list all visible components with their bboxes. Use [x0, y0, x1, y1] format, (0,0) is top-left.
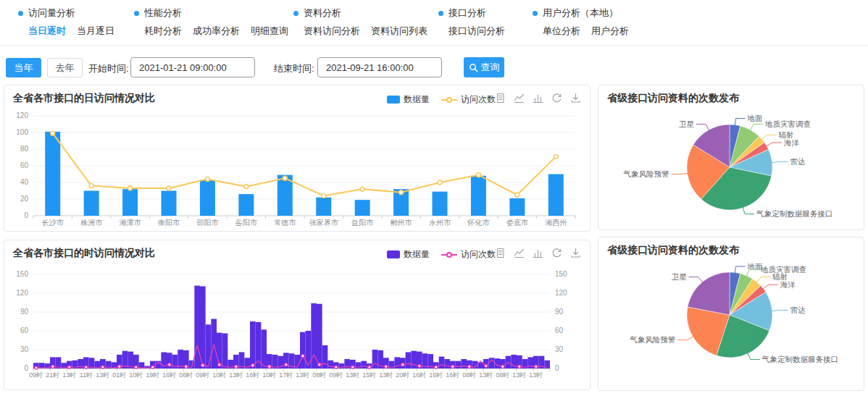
svg-text:09时: 09时: [29, 371, 43, 379]
svg-text:0: 0: [24, 364, 28, 372]
legend-item-line[interactable]: 访问次数: [441, 248, 496, 261]
svg-text:08时: 08时: [312, 371, 326, 379]
svg-text:13时: 13时: [346, 371, 359, 379]
line-chart-icon[interactable]: [514, 248, 525, 258]
svg-text:30: 30: [20, 345, 29, 353]
svg-text:90: 90: [20, 308, 29, 316]
data-view-icon[interactable]: [495, 248, 506, 258]
nav-group: 接口分析接口访问分析: [438, 7, 505, 38]
svg-text:常德市: 常德市: [274, 219, 296, 227]
pie-label: 雷达: [790, 306, 806, 314]
svg-text:13时: 13时: [96, 371, 109, 379]
panel-pie-bottom: 省级接口访问资料的次数发布 地面地质灾害调查辐射海洋雷达气象定制数据服务接口气象…: [598, 237, 864, 391]
hourly-chart-legend: 数据量访问次数: [387, 248, 496, 261]
pie-label: 海洋: [780, 280, 796, 289]
pie-label: 地面: [747, 114, 763, 122]
svg-text:张家界市: 张家界市: [309, 219, 339, 227]
svg-text:09时: 09时: [196, 371, 209, 379]
bar-chart-icon[interactable]: [533, 93, 543, 104]
nav-group-title: 访问量分析: [18, 7, 114, 20]
nav-group: 资料分析资料访问分析资料访问列表: [293, 7, 427, 38]
nav-group-title: 性能分析: [134, 7, 288, 20]
svg-text:13时: 13时: [62, 371, 76, 379]
svg-text:120: 120: [16, 111, 28, 119]
panel-daily-chart: 全省各市接口的日访问情况对比 数据量访问次数 020406080100120长沙…: [4, 85, 591, 232]
svg-text:湘潭市: 湘潭市: [120, 219, 142, 227]
nav-item[interactable]: 资料访问列表: [371, 25, 427, 38]
legend-item-bar[interactable]: 数据量: [387, 248, 430, 261]
legend-item-bar[interactable]: 数据量: [387, 93, 430, 106]
nav-group: 用户分析（本地）单位分析用户分析: [533, 7, 629, 38]
svg-text:10时: 10时: [129, 371, 143, 379]
svg-text:13时: 13时: [512, 371, 526, 379]
nav-group-title: 接口分析: [438, 7, 505, 20]
this-year-button[interactable]: 当年: [6, 58, 41, 77]
svg-text:15时: 15时: [362, 371, 376, 379]
pie-label: 雷达: [790, 157, 806, 166]
svg-text:10时: 10时: [212, 371, 226, 379]
last-year-button[interactable]: 去年: [47, 58, 83, 77]
hourly-chart-title: 全省各市接口的时访问情况对比: [13, 247, 155, 260]
pie-label: 海洋: [784, 138, 799, 147]
svg-text:60: 60: [20, 161, 29, 169]
svg-text:13时: 13时: [529, 371, 543, 379]
start-time-input[interactable]: [130, 57, 255, 77]
svg-text:17时: 17时: [279, 371, 293, 379]
svg-text:13时: 13时: [479, 371, 493, 379]
nav-item[interactable]: 资料访问分析: [304, 25, 360, 38]
svg-text:150: 150: [555, 270, 567, 278]
svg-text:13时: 13时: [296, 371, 309, 379]
panel-hourly-chart: 全省各市接口的时访问情况对比 数据量访问次数 00303060609090120…: [4, 240, 591, 390]
svg-text:09时: 09时: [329, 371, 343, 379]
svg-text:11时: 11时: [80, 371, 93, 379]
svg-text:120: 120: [555, 289, 567, 297]
svg-text:13时: 13时: [379, 371, 393, 379]
svg-text:16时: 16时: [412, 371, 426, 379]
end-time-input[interactable]: [317, 57, 442, 77]
daily-chart-legend: 数据量访问次数: [387, 93, 496, 106]
end-time-label: 结束时间:: [274, 62, 314, 75]
nav-item[interactable]: 明细查询: [251, 25, 288, 38]
svg-text:16时: 16时: [446, 371, 459, 379]
svg-text:衡阳市: 衡阳市: [157, 219, 180, 227]
svg-text:01时: 01时: [112, 371, 126, 379]
line-chart-icon[interactable]: [514, 93, 525, 104]
restore-icon[interactable]: [551, 93, 562, 104]
nav-item[interactable]: 接口访问分析: [448, 25, 505, 38]
svg-text:120: 120: [16, 289, 28, 297]
svg-text:60: 60: [555, 327, 564, 334]
restore-icon[interactable]: [551, 248, 562, 258]
svg-text:60: 60: [20, 327, 29, 334]
svg-text:08时: 08时: [462, 371, 476, 379]
svg-text:20: 20: [20, 195, 29, 203]
nav-item[interactable]: 成功率分析: [193, 25, 240, 38]
nav-item[interactable]: 单位分析: [543, 25, 580, 38]
chart-toolbox: [495, 248, 581, 258]
download-icon[interactable]: [570, 93, 581, 104]
svg-text:株洲市: 株洲市: [80, 219, 103, 227]
nav-item[interactable]: 用户分析: [591, 25, 629, 38]
svg-text:80: 80: [20, 145, 29, 153]
bar-chart-icon[interactable]: [533, 248, 543, 258]
legend-line-swatch-icon: [441, 251, 457, 258]
pie-label: 卫星: [679, 119, 695, 128]
data-view-icon[interactable]: [495, 93, 506, 104]
search-button[interactable]: 查询: [464, 57, 504, 77]
download-icon[interactable]: [570, 248, 581, 258]
pie-chart-top: 地面地质灾害调查辐射海洋雷达气象定制数据服务接口气象风险预警卫星: [598, 107, 864, 230]
legend-bar-swatch-icon: [387, 250, 400, 258]
hourly-bar-line-chart: 0030306060909012012015015009时21时13时11时13…: [4, 262, 590, 389]
svg-text:湘西州: 湘西州: [545, 219, 567, 227]
svg-text:娄底市: 娄底市: [506, 219, 529, 227]
nav-item[interactable]: 当月逐日: [77, 25, 114, 38]
svg-text:郴州市: 郴州市: [391, 219, 413, 227]
svg-text:19时: 19时: [146, 371, 159, 379]
legend-item-line[interactable]: 访问次数: [441, 93, 496, 106]
nav-item[interactable]: 耗时分析: [144, 25, 182, 38]
bullet-icon: [533, 11, 538, 16]
bullet-icon: [438, 11, 443, 16]
nav-group-title: 资料分析: [293, 7, 427, 20]
pie-label: 卫星: [672, 272, 688, 281]
nav-item[interactable]: 当日逐时: [28, 25, 66, 38]
svg-text:08时: 08时: [179, 371, 193, 379]
